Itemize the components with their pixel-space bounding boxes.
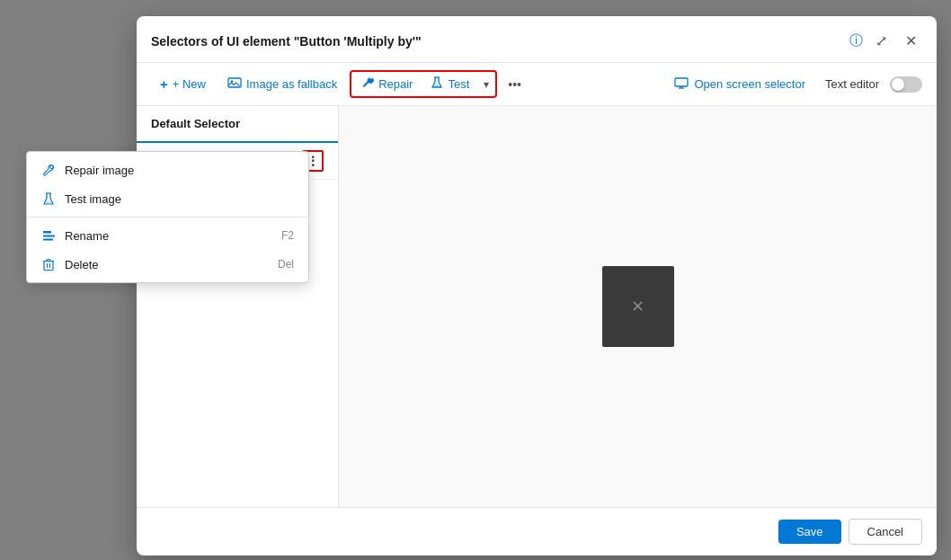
- close-button[interactable]: ✕: [900, 29, 922, 53]
- dialog-footer: Save Cancel: [137, 507, 937, 556]
- rename-shortcut: F2: [281, 229, 294, 242]
- dialog-titlebar: Selectors of UI element "Button 'Multipl…: [137, 16, 937, 63]
- broken-image-icon: ✕: [631, 297, 644, 316]
- flask-menu-icon: [41, 191, 56, 206]
- flask-icon: [431, 76, 443, 92]
- toolbar: + + New Image as fallback Repair: [137, 63, 937, 106]
- test-image-label: Test image: [65, 192, 121, 206]
- trash-icon: [41, 257, 56, 271]
- repair-button[interactable]: Repair: [352, 73, 422, 95]
- default-selector-tab[interactable]: Default Selector: [137, 106, 338, 143]
- open-screen-selector-button[interactable]: Open screen selector: [665, 73, 814, 96]
- ellipsis-icon: •••: [508, 77, 521, 92]
- text-editor-label: Text editor: [825, 77, 879, 91]
- rename-label: Rename: [65, 229, 109, 243]
- selector-tab-label: Default Selector: [151, 117, 240, 130]
- open-screen-label: Open screen selector: [694, 77, 805, 91]
- broken-image-placeholder: ✕: [602, 266, 674, 347]
- toggle-knob: [892, 78, 904, 91]
- test-label: Test: [448, 77, 469, 91]
- new-button[interactable]: + + New: [151, 72, 215, 96]
- repair-test-group: Repair Test ▾: [350, 70, 497, 98]
- context-menu: Repair image Test image: [26, 151, 309, 283]
- text-editor-toggle[interactable]: [890, 76, 922, 93]
- save-button[interactable]: Save: [778, 520, 841, 544]
- monitor-icon: [674, 77, 689, 92]
- context-menu-item-test-image[interactable]: Test image: [27, 184, 308, 213]
- image-icon: [227, 77, 242, 91]
- wrench-icon: [361, 76, 374, 92]
- chevron-down-button[interactable]: ▾: [478, 75, 494, 94]
- context-menu-divider: [27, 217, 308, 218]
- delete-label: Delete: [65, 258, 99, 271]
- test-image-left: Test image: [41, 191, 121, 206]
- image-fallback-label: Image as fallback: [246, 77, 337, 91]
- preview-panel: ✕: [339, 106, 937, 507]
- dialog-title: Selectors of UI element "Button 'Multipl…: [151, 34, 842, 49]
- wrench-icon: [41, 163, 56, 177]
- context-menu-item-rename[interactable]: Rename F2: [27, 221, 308, 250]
- more-options-button[interactable]: •••: [501, 73, 529, 96]
- cancel-button[interactable]: Cancel: [849, 519, 922, 545]
- repair-image-left: Repair image: [41, 163, 134, 177]
- svg-rect-4: [675, 78, 688, 86]
- toolbar-right: Open screen selector Text editor: [665, 73, 922, 96]
- svg-rect-11: [44, 261, 53, 270]
- context-menu-item-repair-image[interactable]: Repair image: [27, 156, 308, 184]
- selectors-dialog: Selectors of UI element "Button 'Multipl…: [137, 16, 937, 556]
- test-button[interactable]: Test: [422, 73, 478, 95]
- repair-image-label: Repair image: [65, 164, 134, 177]
- svg-point-1: [231, 80, 234, 83]
- delete-left: Delete: [41, 257, 99, 271]
- svg-rect-8: [43, 231, 51, 234]
- repair-label: Repair: [378, 77, 413, 91]
- info-icon[interactable]: ⓘ: [849, 32, 863, 49]
- svg-rect-10: [43, 239, 53, 241]
- rename-icon: [41, 228, 56, 243]
- context-menu-item-delete[interactable]: Delete Del: [27, 250, 308, 279]
- rename-left: Rename: [41, 228, 109, 243]
- minimize-button[interactable]: ⤢: [870, 29, 893, 53]
- svg-point-3: [435, 84, 440, 86]
- plus-icon: +: [160, 76, 168, 92]
- svg-rect-9: [43, 236, 55, 237]
- delete-shortcut: Del: [278, 258, 294, 271]
- new-label: + New: [173, 77, 206, 91]
- image-fallback-button[interactable]: Image as fallback: [218, 73, 346, 95]
- titlebar-actions: ⤢ ✕: [870, 29, 922, 53]
